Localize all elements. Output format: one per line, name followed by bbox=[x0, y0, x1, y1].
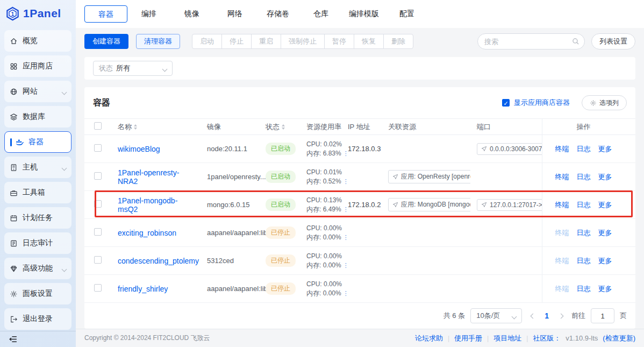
tab-image[interactable]: 镜像 bbox=[170, 5, 213, 23]
relation-cell: 应用: OpenResty [openresty] bbox=[387, 170, 470, 183]
logs-link[interactable]: 日志 bbox=[577, 284, 591, 294]
container-name-link[interactable]: 1Panel-openresty-NRA2 bbox=[118, 168, 179, 186]
tab-repo[interactable]: 仓库 bbox=[299, 5, 342, 23]
tab-volume[interactable]: 存储卷 bbox=[256, 5, 299, 23]
list-settings-button[interactable]: 列表设置 bbox=[591, 33, 635, 49]
sidebar-item-host[interactable]: 主机 bbox=[4, 157, 71, 178]
create-container-button[interactable]: 创建容器 bbox=[84, 34, 128, 49]
forum-help-link[interactable]: 论坛求助 bbox=[415, 334, 443, 343]
paper-plane-icon bbox=[481, 202, 487, 208]
sidebar-item-overview[interactable]: 概览 bbox=[4, 30, 71, 52]
search-input[interactable] bbox=[477, 33, 585, 49]
more-link[interactable]: 更多 bbox=[598, 284, 612, 294]
row-checkbox[interactable] bbox=[94, 284, 102, 292]
app-relation-tag[interactable]: 应用: MongoDB [mongodb] bbox=[388, 198, 470, 211]
logs-link[interactable]: 日志 bbox=[577, 172, 591, 182]
delete-button[interactable]: 删除 bbox=[383, 34, 413, 49]
container-name-link[interactable]: friendly_shirley bbox=[118, 285, 168, 293]
more-link[interactable]: 更多 bbox=[598, 144, 612, 154]
logs-link[interactable]: 日志 bbox=[577, 200, 591, 210]
resource-expand-icon[interactable]: ⋮ bbox=[343, 290, 349, 296]
sort-icon[interactable] bbox=[282, 124, 285, 130]
container-name-link[interactable]: condescending_ptolemy bbox=[118, 257, 199, 265]
goto-page-input[interactable] bbox=[591, 308, 614, 323]
sidebar-item-cronjob[interactable]: 计划任务 bbox=[4, 207, 71, 229]
logs-link[interactable]: 日志 bbox=[577, 256, 591, 266]
batch-actions-group: 启动 停止 重启 强制停止 暂停 恢复 删除 bbox=[192, 34, 413, 49]
prev-page-button[interactable] bbox=[527, 308, 538, 323]
status-filter-select[interactable]: 状态 所有 bbox=[93, 61, 173, 76]
resource-expand-icon[interactable]: ⋮ bbox=[343, 234, 349, 240]
page-size-select[interactable]: 10条/页 bbox=[470, 308, 522, 323]
terminal-link[interactable]: 终端 bbox=[555, 284, 569, 294]
pause-button[interactable]: 暂停 bbox=[324, 34, 354, 49]
terminal-link[interactable]: 终端 bbox=[555, 228, 569, 238]
sidebar-item-container[interactable]: 容器 bbox=[4, 131, 71, 153]
tab-container[interactable]: 容器 bbox=[84, 5, 127, 23]
clean-container-button[interactable]: 清理容器 bbox=[136, 34, 180, 49]
resource-expand-icon[interactable]: ⋮ bbox=[343, 178, 349, 185]
container-name-link[interactable]: wikimoeBlog bbox=[118, 145, 160, 153]
sidebar-item-advanced[interactable]: 高级功能 bbox=[4, 258, 71, 279]
logs-link[interactable]: 日志 bbox=[577, 228, 591, 238]
user-manual-link[interactable]: 使用手册 bbox=[454, 334, 482, 343]
sidebar-item-toolbox[interactable]: 工具箱 bbox=[4, 182, 71, 203]
next-page-button[interactable] bbox=[555, 308, 566, 323]
show-appstore-label[interactable]: 显示应用商店容器 bbox=[514, 98, 570, 108]
row-checkbox[interactable] bbox=[94, 228, 102, 236]
tab-setting[interactable]: 配置 bbox=[385, 5, 428, 23]
row-checkbox[interactable] bbox=[94, 172, 102, 180]
collapse-sidebar-icon[interactable] bbox=[9, 335, 18, 344]
row-checkbox[interactable] bbox=[94, 200, 102, 208]
column-options-button[interactable]: 选项列 bbox=[582, 95, 627, 110]
main-area: 容器 编排 镜像 网络 存储卷 仓库 编排模版 配置 创建容器 清理容器 启动 … bbox=[76, 0, 644, 347]
app-relation-tag[interactable]: 应用: OpenResty [openresty] bbox=[388, 170, 470, 183]
container-name-link[interactable]: exciting_robinson bbox=[118, 229, 176, 237]
resume-button[interactable]: 恢复 bbox=[354, 34, 384, 49]
show-appstore-checkbox[interactable]: ✓ bbox=[502, 99, 510, 107]
logs-link[interactable]: 日志 bbox=[577, 144, 591, 154]
terminal-link[interactable]: 终端 bbox=[555, 256, 569, 266]
select-all-checkbox[interactable] bbox=[94, 122, 102, 130]
brand-logo[interactable]: 1 1Panel bbox=[0, 0, 76, 27]
resource-cell: CPU: 0.01% 内存: 0.52%⋮ bbox=[304, 168, 348, 186]
status-badge: 已停止 bbox=[266, 254, 296, 267]
resource-cell: CPU: 0.00% 内存: 0.00%⋮ bbox=[304, 252, 348, 270]
restart-button[interactable]: 重启 bbox=[251, 34, 281, 49]
more-link[interactable]: 更多 bbox=[598, 256, 612, 266]
tab-network[interactable]: 网络 bbox=[213, 5, 256, 23]
terminal-link[interactable]: 终端 bbox=[555, 144, 569, 154]
current-page-number[interactable]: 1 bbox=[543, 311, 550, 320]
project-link[interactable]: 项目地址 bbox=[493, 334, 521, 343]
row-checkbox[interactable] bbox=[94, 256, 102, 264]
container-name-link[interactable]: 1Panel-mongodb-msQ2 bbox=[118, 196, 177, 214]
row-checkbox[interactable] bbox=[94, 144, 102, 152]
edition-label[interactable]: 社区版： bbox=[533, 334, 561, 343]
check-update-link[interactable]: (检查更新) bbox=[603, 334, 635, 343]
terminal-link[interactable]: 终端 bbox=[555, 172, 569, 182]
sidebar-item-logout[interactable]: 退出登录 bbox=[4, 308, 71, 330]
terminal-link[interactable]: 终端 bbox=[555, 200, 569, 210]
sidebar-item-logs[interactable]: 日志审计 bbox=[4, 232, 71, 254]
resource-expand-icon[interactable]: ⋮ bbox=[343, 262, 349, 268]
table-row: condescending_ptolemy 5312ced 已停止 CPU: 0… bbox=[84, 247, 635, 275]
force-stop-button[interactable]: 强制停止 bbox=[281, 34, 325, 49]
port-tag[interactable]: 127.0.0.1:27017->27017, bbox=[477, 199, 542, 211]
column-header-name[interactable]: 名称 bbox=[108, 122, 196, 132]
sort-icon[interactable] bbox=[134, 124, 137, 130]
tab-compose-template[interactable]: 编排模版 bbox=[342, 5, 385, 23]
sidebar-item-settings[interactable]: 面板设置 bbox=[4, 283, 71, 304]
stop-button[interactable]: 停止 bbox=[221, 34, 252, 49]
more-link[interactable]: 更多 bbox=[598, 200, 612, 210]
tab-compose[interactable]: 编排 bbox=[127, 5, 170, 23]
start-button[interactable]: 启动 bbox=[192, 34, 222, 49]
column-header-status[interactable]: 状态 bbox=[261, 122, 304, 132]
sidebar-item-website[interactable]: 网站 bbox=[4, 81, 71, 102]
sidebar-item-database[interactable]: 数据库 bbox=[4, 106, 71, 128]
more-link[interactable]: 更多 bbox=[598, 172, 612, 182]
status-badge: 已启动 bbox=[266, 199, 296, 211]
port-tag[interactable]: 0.0.0.0:3006-3007->3006 bbox=[477, 143, 542, 155]
more-link[interactable]: 更多 bbox=[598, 228, 612, 238]
sidebar-item-appstore[interactable]: 应用商店 bbox=[4, 55, 71, 77]
pagination: 共 6 条 10条/页 1 前往 页 bbox=[84, 303, 635, 329]
